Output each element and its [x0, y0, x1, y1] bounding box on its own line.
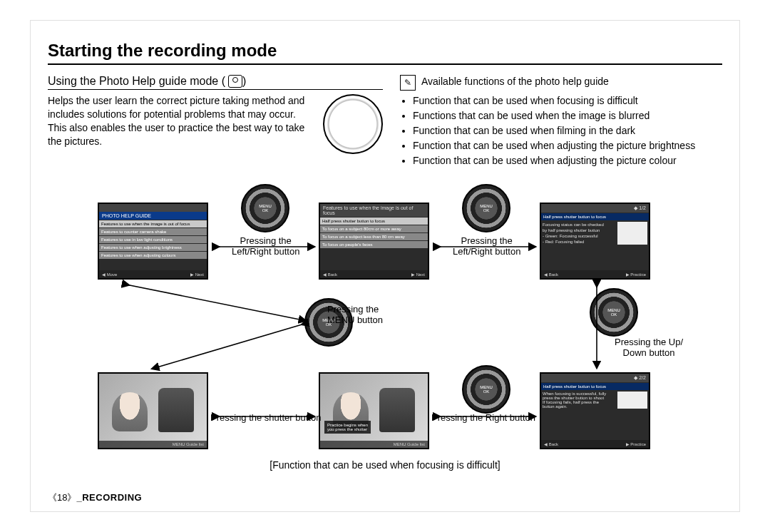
note-header: ✎ Available functions of the photo help …	[400, 75, 722, 91]
note-item: Function that can be used when adjusting…	[413, 138, 722, 153]
screen1-header: PHOTO HELP GUIDE	[99, 212, 207, 220]
page-number: 《18》	[48, 492, 76, 503]
note-item: Functions that can be used when the imag…	[413, 108, 722, 123]
screen1-row: Features to use when adjusting colours	[99, 252, 207, 259]
screen5-overlay: you press the shutter	[327, 427, 368, 431]
label-menu: Pressing the MENU button	[327, 304, 383, 325]
mode-dial-icon	[323, 94, 383, 154]
screen-photo-1: MENU Guide list	[98, 372, 208, 449]
note-icon: ✎	[400, 75, 416, 91]
screen6-page: 2/2	[639, 375, 646, 380]
screen1-row: Features to use when adjusting brightnes…	[99, 244, 207, 251]
flow-diagram: PHOTO HELP GUIDE Features to use when th…	[48, 188, 722, 481]
screen-photo-2: Practice begins when you press the shutt…	[319, 372, 429, 449]
page-title: Starting the recording mode	[48, 41, 722, 65]
screen6-line: button again.	[543, 404, 615, 409]
screen3-foot-right: Practice	[630, 272, 646, 277]
screen1-foot-right: Next	[195, 272, 204, 277]
dpad-control: MENUOK	[462, 365, 510, 414]
dpad-control: MENUOK	[241, 184, 289, 232]
left-column: Using the Photo Help guide mode ( ) Help…	[48, 75, 383, 168]
screen-menu-2: Features to use when the image is out of…	[319, 203, 429, 280]
section-heading-close: )	[242, 75, 246, 88]
page-footer: 《18》_RECORDING	[48, 491, 142, 504]
note-title: Available functions of the photo help gu…	[421, 75, 609, 88]
screen5-foot: MENU Guide list	[394, 442, 425, 446]
screen6-foot-right: Practice	[630, 442, 646, 446]
screen3-line: by half pressing shutter button	[543, 227, 615, 233]
screen1-row-selected: Features to use when the image is out of…	[99, 220, 207, 227]
screen2-foot-right: Next	[416, 272, 425, 277]
screen1-row: Features to use in low light conditions	[99, 236, 207, 243]
screen4-foot: MENU Guide list	[173, 442, 204, 446]
screen2-bar: Features to use when the image is out of…	[320, 204, 428, 217]
note-bullets: Function that can be used when focusing …	[400, 93, 722, 168]
screen3-page: 1/2	[639, 205, 646, 210]
manual-page: Starting the recording mode Using the Ph…	[30, 20, 740, 512]
section-heading: Using the Photo Help guide mode (	[48, 75, 225, 88]
footer-section: _RECORDING	[76, 492, 142, 503]
screen3-line: Focusing status can be checked	[543, 222, 615, 227]
screen3-sel: Half press shutter button to focus	[541, 213, 649, 220]
section-heading-row: Using the Photo Help guide mode ( )	[48, 75, 383, 90]
diagonal-arrow-icon	[119, 281, 319, 372]
screen-help-1: ◆ 1/2 Half press shutter button to focus…	[540, 203, 650, 280]
vertical-double-arrow-icon	[588, 278, 605, 371]
note-item: Function that can be used when adjusting…	[413, 153, 722, 168]
screen2-row: To focus on a subject less than 80 cm aw…	[320, 233, 428, 240]
screen2-row: To focus on people's faces	[320, 241, 428, 248]
svg-line-5	[155, 324, 304, 368]
label-left-right-1: Pressing the Left/Right button	[232, 235, 299, 257]
screen-help-2: ◆ 2/2 Half press shutter button to focus…	[540, 372, 650, 449]
screen2-row-selected: Half press shutter button to focus	[320, 218, 428, 225]
photo-help-icon	[228, 75, 242, 88]
two-columns: Using the Photo Help guide mode ( ) Help…	[48, 75, 722, 168]
intro-text: Helps the user learn the correct picture…	[48, 94, 313, 154]
label-left-right-2: Pressing the Left/Right button	[453, 235, 520, 257]
note-item: Function that can be used when focusing …	[413, 93, 722, 108]
screen1-row: Features to counter camera shake	[99, 228, 207, 235]
right-column: ✎ Available functions of the photo help …	[400, 75, 722, 168]
screen3-line: - Green: Focusing successful	[543, 233, 615, 239]
screen3-foot-left: Back	[549, 272, 558, 277]
screen6-sel: Half press shutter button to focus	[541, 383, 649, 390]
diagram-caption: [Function that can be used when focusing…	[48, 459, 722, 471]
screen-menu-1: PHOTO HELP GUIDE Features to use when th…	[98, 203, 208, 280]
label-shutter: Pressing the shutter button	[210, 412, 321, 423]
screen1-foot-left: Move	[107, 272, 118, 277]
screen6-foot-left: Back	[549, 442, 558, 446]
dpad-control: MENUOK	[462, 184, 510, 232]
screen2-row: To focus on a subject 80cm or more away	[320, 225, 428, 232]
intro-block: Helps the user learn the correct picture…	[48, 94, 383, 154]
svg-line-4	[126, 285, 303, 320]
screen2-foot-left: Back	[328, 272, 337, 277]
note-item: Function that can be used when filming i…	[413, 123, 722, 138]
label-right: Pressing the Right button	[431, 412, 535, 423]
label-up-down: Pressing the Up/ Down button	[615, 337, 683, 358]
screen3-line: - Red: Focusing failed	[543, 239, 615, 245]
